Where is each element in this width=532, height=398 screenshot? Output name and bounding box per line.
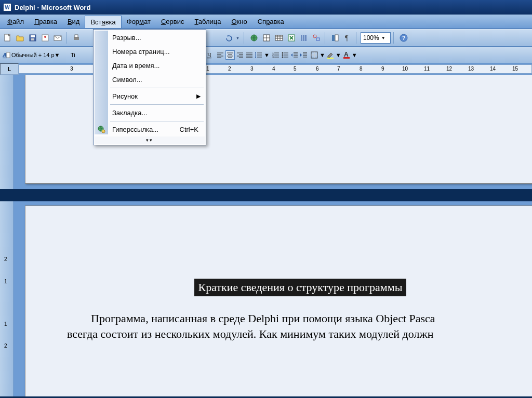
borders-dropdown[interactable]: ▼ — [320, 52, 325, 58]
tables-borders-button[interactable] — [261, 32, 272, 44]
insert-bookmark-item[interactable]: Закладка... — [95, 106, 205, 120]
svg-rect-25 — [335, 35, 338, 41]
email-button[interactable] — [52, 32, 63, 44]
line-spacing-dropdown[interactable]: ▼ — [264, 52, 270, 58]
columns-button[interactable] — [298, 32, 310, 44]
hyperlink-button[interactable] — [248, 32, 260, 44]
svg-rect-2 — [31, 35, 35, 37]
insert-date-time-item[interactable]: Дата и время... — [95, 59, 205, 73]
menu-view[interactable]: Вид — [62, 16, 85, 28]
style-combo[interactable]: Обычный + 14 p▼ — [11, 52, 70, 58]
menu-separator — [110, 121, 204, 121]
menu-separator — [110, 88, 204, 88]
menu-format[interactable]: Формат — [122, 16, 156, 28]
svg-rect-23 — [316, 38, 320, 40]
svg-rect-77 — [343, 57, 350, 59]
permissions-button[interactable] — [39, 32, 51, 44]
font-combo[interactable]: Ti — [71, 52, 81, 58]
align-left-button[interactable] — [216, 51, 224, 59]
svg-rect-30 — [7, 52, 10, 58]
insert-page-numbers-item[interactable]: Номера страниц... — [95, 45, 205, 59]
svg-point-60 — [282, 56, 283, 58]
font-color-button[interactable]: A — [342, 51, 351, 59]
svg-rect-13 — [275, 35, 283, 40]
highlight-dropdown[interactable]: ▼ — [336, 52, 341, 58]
help-button[interactable]: ? — [398, 32, 409, 44]
document-heading: Краткие сведения о структуре программы — [194, 279, 407, 296]
insert-table-button[interactable] — [273, 32, 285, 44]
align-justify-button[interactable] — [245, 51, 254, 59]
toolbar-separator — [393, 32, 395, 44]
insert-symbol-item[interactable]: Символ... — [95, 73, 205, 87]
menu-expand-chevron[interactable]: ▾▾ — [95, 136, 205, 144]
print-button[interactable] — [71, 32, 82, 44]
window-title: Delphi - Microsoft Word — [15, 4, 90, 11]
menu-tools[interactable]: Сервис — [156, 16, 190, 28]
svg-rect-24 — [332, 35, 335, 41]
styles-pane-button[interactable]: A — [2, 51, 10, 59]
svg-rect-3 — [31, 38, 34, 40]
insert-picture-item[interactable]: Рисунок▶ — [95, 89, 205, 103]
drawing-button[interactable] — [311, 32, 322, 44]
menu-bar: Файл Правка Вид Вставка Формат Сервис Та… — [0, 15, 532, 29]
document-body: Программа, написанная в среде Delphi при… — [67, 311, 532, 341]
bullet-list-button[interactable] — [281, 51, 289, 59]
toolbar-separator — [356, 32, 358, 44]
svg-rect-21 — [305, 35, 307, 41]
document-map-button[interactable] — [329, 32, 341, 44]
menu-window[interactable]: Окно — [226, 16, 252, 28]
underline-button[interactable]: Ч — [206, 51, 214, 59]
insert-menu-dropdown: Разрыв... Номера страниц... Дата и время… — [93, 29, 206, 145]
title-bar: W Delphi - Microsoft Word — [0, 0, 532, 15]
toolbar-separator — [66, 32, 68, 44]
document-workspace: 2 1 1 2 Краткие сведения о структуре про… — [0, 75, 532, 396]
borders-button[interactable] — [310, 51, 318, 59]
menu-file[interactable]: Файл — [2, 16, 29, 28]
shortcut-label: Ctrl+K — [180, 126, 198, 133]
svg-rect-8 — [75, 35, 78, 37]
svg-point-58 — [282, 52, 283, 53]
save-button[interactable] — [27, 32, 38, 44]
word-app-icon: W — [3, 3, 11, 11]
menu-help[interactable]: Справка — [252, 16, 289, 28]
show-formatting-button[interactable]: ¶ — [342, 32, 353, 44]
formatting-toolbar: A Обычный + 14 p▼ Ti К Ч ▼ 123 ▼ ▼ A ▼ — [0, 47, 532, 63]
svg-rect-75 — [327, 58, 334, 59]
menu-separator — [110, 104, 204, 105]
highlight-button[interactable] — [326, 51, 335, 59]
open-button[interactable] — [15, 32, 26, 44]
svg-point-79 — [102, 130, 105, 133]
increase-indent-button[interactable] — [300, 51, 308, 59]
svg-point-59 — [282, 54, 283, 56]
insert-spreadsheet-button[interactable] — [286, 32, 297, 44]
undo-dropdown[interactable]: ▼ — [236, 36, 241, 40]
numbered-list-button[interactable]: 123 — [272, 51, 280, 59]
align-right-button[interactable] — [236, 51, 244, 59]
menu-table[interactable]: Таблица — [189, 16, 226, 28]
standard-toolbar: ▼ ¶ 100%▼ ? — [0, 29, 532, 47]
toolbar-separator — [244, 32, 246, 44]
svg-text:¶: ¶ — [345, 34, 349, 42]
horizontal-ruler-row: L 3 1 2 3 4 5 6 7 8 9 10 11 12 13 14 15 — [0, 63, 532, 75]
svg-text:?: ? — [402, 35, 406, 41]
svg-text:A: A — [2, 52, 7, 58]
menu-insert[interactable]: Вставка — [85, 16, 121, 28]
line-spacing-button[interactable] — [255, 51, 263, 59]
insert-break-item[interactable]: Разрыв... — [95, 31, 205, 45]
undo-button[interactable] — [223, 32, 235, 44]
submenu-arrow-icon: ▶ — [196, 93, 201, 100]
page-2[interactable]: Краткие сведения о структуре программы П… — [25, 205, 532, 396]
svg-text:3: 3 — [272, 56, 274, 59]
svg-point-22 — [313, 35, 316, 38]
zoom-combo[interactable]: 100%▼ — [361, 32, 391, 44]
vertical-ruler[interactable]: 2 1 1 2 — [0, 75, 14, 396]
new-doc-button[interactable] — [2, 32, 14, 44]
svg-text:A: A — [344, 51, 349, 58]
decrease-indent-button[interactable] — [290, 51, 299, 59]
ruler-corner[interactable]: L — [0, 63, 19, 75]
menu-edit[interactable]: Правка — [29, 16, 62, 28]
insert-hyperlink-item[interactable]: Гиперссылка...Ctrl+K — [95, 122, 205, 136]
align-center-button[interactable] — [225, 50, 235, 60]
svg-point-5 — [44, 36, 46, 38]
font-color-dropdown[interactable]: ▼ — [352, 52, 357, 58]
